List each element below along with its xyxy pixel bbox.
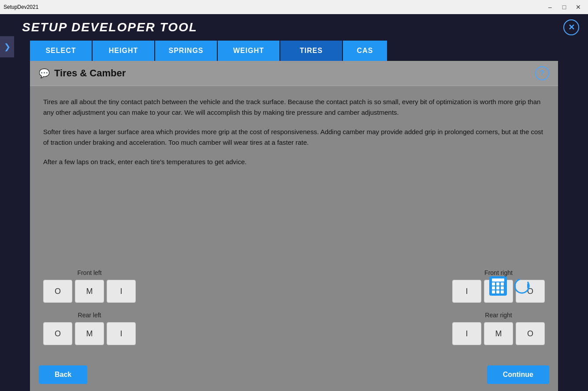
titlebar-title: SetupDev2021 [4,4,38,10]
help-button[interactable]: ? [535,66,549,80]
app-header: SETUP DEVELOPER TOOL ✕ [0,14,588,41]
calculator-icon[interactable] [489,276,507,296]
rear-right-outer[interactable]: O [516,322,545,345]
maximize-button[interactable]: □ [558,3,570,11]
paragraph-3: After a few laps on track, enter each ti… [43,157,545,167]
back-button[interactable]: Back [39,365,87,384]
rear-left-middle[interactable]: M [75,322,104,345]
titlebar-controls: – □ ✕ [544,3,584,11]
svg-point-0 [515,279,529,293]
tab-weight[interactable]: WEIGHT [218,41,279,61]
front-left-label: Front left [77,269,101,276]
titlebar-close-button[interactable]: ✕ [572,3,584,11]
card-footer: Back Continue [30,358,558,391]
minimize-button[interactable]: – [544,3,556,11]
rear-left-group: Rear left O M I [43,312,136,345]
front-left-middle[interactable]: M [75,280,104,303]
header-close-button[interactable]: ✕ [563,19,579,35]
refresh-icon[interactable] [512,276,532,296]
front-right-inner[interactable]: I [452,280,481,303]
rear-tire-row: Rear left O M I Rear right I M O [43,312,545,345]
card-body: Tires are all about the tiny contact pat… [30,86,558,260]
action-icons [489,276,532,296]
titlebar: SetupDev2021 – □ ✕ [0,0,588,14]
nav-tabs: SELECT HEIGHT SPRINGS WEIGHT TIRES CAS [0,41,588,61]
continue-button[interactable]: Continue [487,365,549,384]
tab-height[interactable]: HEIGHT [93,41,154,61]
tab-cas[interactable]: CAS [343,41,387,61]
front-left-inner[interactable]: I [107,280,136,303]
sidebar-toggle[interactable]: ❯ [0,36,14,57]
rear-right-label: Rear right [485,312,512,319]
content-card: 💬 Tires & Camber ? Tires are all about t… [30,61,558,391]
rear-left-inner[interactable]: I [107,322,136,345]
rear-right-group: Rear right I M O [452,312,545,345]
app-title: SETUP DEVELOPER TOOL [22,20,197,34]
tire-section: Front left O M I Front right I M [30,260,558,358]
front-left-outer[interactable]: O [43,280,72,303]
rear-left-label: Rear left [78,312,101,319]
tab-springs[interactable]: SPRINGS [155,41,217,61]
rear-right-inner[interactable]: I [452,322,481,345]
card-title: Tires & Camber [54,68,126,79]
paragraph-2: Softer tires have a larger surface area … [43,127,545,148]
comment-icon: 💬 [39,68,50,79]
tab-tires[interactable]: TIRES [280,41,342,61]
app: ❯ SETUP DEVELOPER TOOL ✕ SELECT HEIGHT S… [0,14,588,391]
rear-right-middle[interactable]: M [484,322,513,345]
rear-left-inputs: O M I [43,322,136,345]
front-left-group: Front left O M I [43,269,136,303]
main-content: 💬 Tires & Camber ? Tires are all about t… [0,61,588,391]
card-header-left: 💬 Tires & Camber [39,68,126,79]
tab-select[interactable]: SELECT [30,41,92,61]
front-right-label: Front right [484,269,513,276]
front-tire-row: Front left O M I Front right I M [43,269,545,303]
rear-left-outer[interactable]: O [43,322,72,345]
card-header: 💬 Tires & Camber ? [30,61,558,86]
rear-right-inputs: I M O [452,322,545,345]
paragraph-1: Tires are all about the tiny contact pat… [43,97,545,118]
front-left-inputs: O M I [43,280,136,303]
